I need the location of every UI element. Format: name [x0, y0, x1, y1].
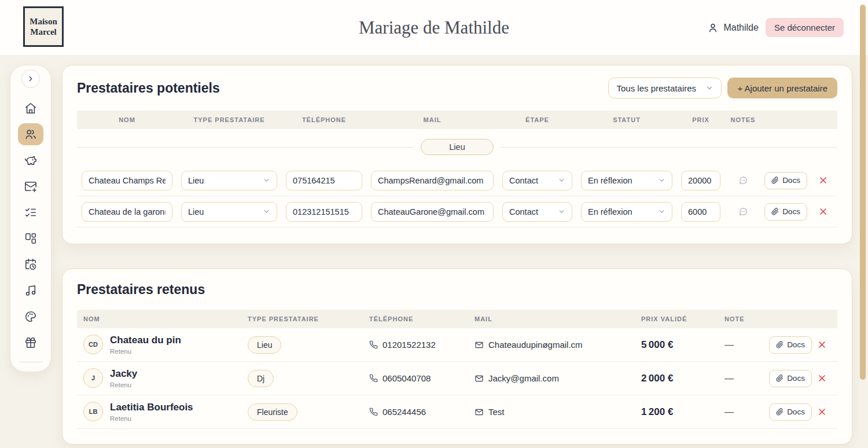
sidebar-item-theme[interactable]	[18, 306, 43, 328]
group-pill[interactable]: Lieu	[421, 139, 493, 155]
phone-icon	[369, 374, 378, 383]
etape-select-value: Contact	[509, 176, 538, 185]
validated-price: 5 000 €	[641, 339, 724, 351]
checklist-icon	[24, 206, 37, 219]
piggy-bank-icon	[24, 154, 37, 167]
mail-input[interactable]	[371, 171, 494, 190]
sidebar-item-prestataires[interactable]	[18, 123, 43, 145]
avatar-initials: LB	[89, 408, 98, 415]
mail-value: Test	[488, 407, 505, 417]
etape-select[interactable]: Contact	[502, 171, 572, 190]
delete-button[interactable]	[819, 176, 827, 185]
retained-table-header: NOMTYPE PRESTATAIRETÉLÉPHONEMAILPRIX VAL…	[77, 310, 837, 328]
column-header: PRIX VALIDÉ	[641, 315, 724, 322]
sidebar-item-checklist[interactable]	[18, 201, 43, 223]
type-select[interactable]: Lieu	[181, 171, 277, 190]
retained-title: Prestataires retenus	[77, 282, 205, 298]
delete-button[interactable]	[819, 207, 827, 216]
prestataire-filter-select[interactable]: Tous les prestataires	[608, 78, 722, 98]
potentials-title: Prestataires potentiels	[77, 80, 220, 96]
statut-select[interactable]: En réflexion	[581, 171, 672, 190]
paperclip-icon	[776, 408, 784, 416]
sidebar-item-budget[interactable]	[18, 149, 43, 171]
retained-head: Prestataires retenus	[77, 269, 837, 310]
potentials-table-header: NOMTYPE PRESTATAIRETÉLÉPHONEMAILÉTAPESTA…	[77, 111, 837, 129]
phone-icon	[369, 340, 378, 349]
sidebar-toggle-button[interactable]	[21, 69, 40, 88]
type-badge: Fleuriste	[248, 403, 297, 421]
column-header: TYPE PRESTATAIRE	[248, 315, 369, 322]
palette-icon	[24, 310, 37, 323]
docs-button[interactable]: Docs	[764, 203, 807, 221]
avatar: J	[83, 368, 103, 388]
docs-label: Docs	[782, 207, 800, 216]
paperclip-icon	[771, 177, 779, 184]
phone-input[interactable]	[286, 171, 362, 190]
home-icon	[24, 102, 37, 115]
name-input[interactable]	[82, 171, 172, 190]
sidebar-item-gifts[interactable]	[18, 332, 43, 354]
retained-row: CD Chateau du pin Retenu Lieu 0120152213…	[77, 328, 837, 362]
docs-button[interactable]: Docs	[769, 403, 812, 421]
chevron-down-icon	[658, 208, 665, 215]
prestataire-status: Retenu	[110, 381, 137, 388]
column-header: TÉLÉPHONE	[369, 315, 475, 322]
user-area: Mathilde Se déconnecter	[707, 0, 844, 55]
chevron-down-icon	[558, 177, 565, 184]
delete-x-icon	[818, 340, 826, 349]
comment-icon	[738, 207, 748, 216]
phone-value: 01201522132	[382, 340, 436, 350]
docs-button[interactable]: Docs	[764, 172, 807, 189]
type-badge: Lieu	[248, 336, 281, 354]
notes-button[interactable]	[738, 207, 748, 216]
phone-input[interactable]	[286, 202, 362, 222]
sidebar-item-invitations[interactable]	[18, 175, 43, 197]
add-prestataire-button[interactable]: + Ajouter un prestataire	[727, 78, 837, 98]
column-header: TÉLÉPHONE	[286, 116, 362, 123]
avatar-initials: CD	[89, 341, 98, 348]
mail-icon	[475, 407, 484, 417]
name-input[interactable]	[82, 202, 172, 222]
sidebar-item-plan[interactable]	[18, 227, 43, 249]
etape-select[interactable]: Contact	[502, 202, 572, 222]
note-value: —	[724, 340, 770, 350]
prestataire-name: Chateau du pin	[110, 335, 181, 346]
prix-input[interactable]	[681, 202, 720, 222]
retained-rows: CD Chateau du pin Retenu Lieu 0120152213…	[77, 328, 837, 429]
notes-button[interactable]	[738, 175, 748, 185]
filter-select-value: Tous les prestataires	[616, 83, 696, 93]
column-header: ÉTAPE	[502, 116, 572, 123]
delete-button[interactable]	[818, 374, 826, 383]
top-bar: Maison Marcel Mariage de Mathilde Mathil…	[0, 0, 868, 55]
delete-button[interactable]	[818, 340, 826, 349]
logout-button[interactable]: Se déconnecter	[766, 18, 844, 37]
type-select[interactable]: Lieu	[181, 202, 277, 222]
sidebar-item-music[interactable]	[18, 280, 43, 302]
comment-icon	[738, 175, 748, 185]
chevron-down-icon	[658, 177, 665, 184]
column-header: MAIL	[475, 315, 641, 322]
potentials-controls: Tous les prestataires + Ajouter un prest…	[608, 78, 837, 98]
docs-button[interactable]: Docs	[769, 370, 812, 387]
statut-select-value: En réflexion	[588, 176, 632, 185]
page-scrollbar[interactable]	[860, 5, 866, 380]
layout-dashboard-icon	[24, 232, 37, 245]
mail-icon	[475, 374, 484, 383]
mail-input[interactable]	[371, 202, 494, 222]
docs-label: Docs	[787, 374, 805, 383]
column-header: TYPE PRESTATAIRE	[181, 116, 277, 123]
sidebar-item-planning[interactable]	[18, 254, 43, 276]
chevron-down-icon	[558, 208, 565, 215]
prestataire-name: Jacky	[110, 368, 137, 380]
statut-select[interactable]: En réflexion	[581, 202, 672, 222]
phone-value: 0605040708	[382, 373, 431, 383]
delete-button[interactable]	[818, 407, 826, 416]
prix-input[interactable]	[681, 171, 720, 190]
prestataire-status: Retenu	[110, 348, 181, 355]
chevron-down-icon	[263, 208, 270, 215]
avatar-initials: J	[91, 374, 95, 381]
delete-x-icon	[819, 207, 827, 216]
sidebar-item-home[interactable]	[18, 97, 43, 119]
mail-value: Jacky@gmail.com	[488, 373, 559, 383]
docs-button[interactable]: Docs	[769, 336, 812, 354]
